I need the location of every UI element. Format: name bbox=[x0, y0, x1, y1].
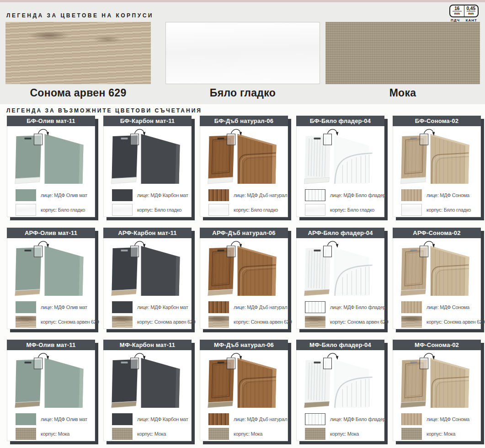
door-label-sticker bbox=[218, 362, 224, 363]
zoom-box-icon bbox=[324, 358, 332, 369]
zoom-box-icon bbox=[34, 246, 43, 257]
body-legend-row: корпус: Бяло гладко bbox=[208, 204, 288, 216]
card-title: АРФ-Сонома-02 bbox=[393, 228, 481, 238]
board-thickness-value: 16 bbox=[453, 6, 462, 11]
corpus-swatch-white: Бяло гладко bbox=[165, 22, 320, 99]
door-preview-drawing bbox=[104, 350, 191, 412]
door-preview bbox=[104, 350, 191, 412]
body-color-chip bbox=[305, 316, 325, 328]
face-label: лице: МДФ Дъб натурал bbox=[234, 192, 287, 198]
card-title: АРФ-Карбон мат-11 bbox=[103, 228, 192, 238]
card-title: БФ-Карбон мат-11 bbox=[103, 116, 192, 126]
board-thickness-cell: 16 mm bbox=[450, 5, 464, 16]
combination-card: АРФ-Карбон мат-11 bbox=[103, 228, 192, 329]
door-preview-drawing bbox=[104, 238, 191, 300]
face-legend-row: лице: МДФ Карбон мат bbox=[112, 413, 191, 425]
body-color-chip bbox=[401, 204, 422, 216]
zoom-arrow-icon bbox=[328, 129, 337, 133]
door-preview-drawing bbox=[200, 126, 288, 188]
door-preview bbox=[297, 238, 384, 300]
zoom-arrow-icon bbox=[424, 353, 434, 357]
face-label: лице: МДФ Сонома bbox=[426, 192, 469, 198]
zoom-box-icon bbox=[131, 246, 139, 257]
card-title: АРФ-Дъб натурал-06 bbox=[200, 228, 288, 238]
door-preview bbox=[393, 350, 480, 412]
face-color-chip bbox=[208, 189, 229, 201]
body-label: корпус: Бяло гладко bbox=[426, 207, 471, 213]
body-color-chip bbox=[112, 428, 133, 440]
door-preview bbox=[104, 126, 191, 188]
body-legend-row: корпус: Сонома арвен 629 bbox=[16, 316, 95, 328]
face-color-chip bbox=[305, 301, 325, 313]
combination-card: БФ-Сонома-02 bbox=[393, 116, 481, 217]
combination-card: БФ-Олив мат-11 bbox=[7, 116, 95, 217]
body-legend-row: корпус: Мока bbox=[305, 428, 384, 440]
body-label: корпус: Сонома арвен 629 bbox=[330, 319, 388, 325]
face-color-chip bbox=[208, 301, 229, 313]
card-title: БФ-Сонома-02 bbox=[393, 116, 481, 126]
body-legend-row: корпус: Бяло гладко bbox=[305, 204, 384, 216]
right-door-panel bbox=[334, 246, 373, 296]
door-preview-drawing bbox=[297, 350, 384, 412]
face-legend-row: лице: МДФ Дъб натурал bbox=[208, 413, 288, 425]
card-title: БФ-Бяло фладер-04 bbox=[296, 116, 384, 126]
door-preview-drawing bbox=[7, 126, 95, 188]
card-legend: лице: МДФ Дъб натурал корпус: Мока bbox=[208, 413, 288, 440]
body-label: корпус: Мока bbox=[41, 431, 69, 437]
door-preview bbox=[297, 350, 384, 412]
body-label: корпус: Бяло гладко bbox=[234, 207, 278, 213]
board-thickness-unit: mm bbox=[450, 12, 464, 16]
body-label: корпус: Бяло гладко bbox=[41, 207, 85, 213]
body-legend-row: корпус: Мока bbox=[16, 428, 95, 440]
combinations-grid: БФ-Олив мат-11 bbox=[7, 116, 481, 441]
right-door-panel bbox=[141, 358, 180, 408]
card-legend: лице: МДФ Олив мат корпус: Бяло гладко bbox=[16, 189, 95, 216]
body-legend-row: корпус: Мока bbox=[208, 428, 288, 440]
door-preview-drawing bbox=[104, 126, 191, 188]
card-legend: лице: МДФ Олив мат корпус: Сонома арвен … bbox=[16, 301, 95, 328]
door-preview-drawing bbox=[393, 350, 480, 412]
right-door-panel bbox=[334, 358, 373, 408]
right-door-panel bbox=[45, 246, 84, 296]
door-label-sticker bbox=[121, 362, 128, 363]
zoom-arrow-icon bbox=[424, 129, 434, 133]
corpus-swatch-sonoma: Сонома арвен 629 bbox=[5, 22, 151, 99]
door-preview-drawing bbox=[7, 238, 95, 300]
body-legend-row: корпус: Сонома арвен 629 bbox=[112, 316, 191, 328]
face-color-chip bbox=[305, 189, 325, 201]
door-preview bbox=[200, 350, 288, 412]
right-door-panel bbox=[141, 134, 180, 184]
face-color-chip bbox=[401, 189, 422, 201]
combination-card: АРФ-Олив мат-11 bbox=[7, 228, 95, 329]
door-preview bbox=[200, 126, 288, 188]
zoom-box-icon bbox=[131, 134, 139, 145]
zoom-arrow-icon bbox=[231, 353, 241, 357]
card-title: МФ-Сонома-02 bbox=[393, 340, 481, 350]
body-label: корпус: Мока bbox=[330, 431, 359, 437]
body-legend-row: корпус: Бяло гладко bbox=[401, 204, 480, 216]
zoom-arrow-icon bbox=[38, 129, 48, 133]
door-preview-drawing bbox=[200, 350, 288, 412]
card-title: МФ-Олив мат-11 bbox=[7, 340, 95, 350]
card-legend: лице: МДФ Бяло фладер корпус: Мока bbox=[305, 413, 384, 440]
face-label: лице: МДФ Карбон мат bbox=[137, 192, 188, 198]
face-color-chip bbox=[112, 413, 133, 425]
face-legend-row: лице: МДФ Сонома bbox=[401, 413, 480, 425]
corpus-colors-title: ЛЕГЕНДА ЗА ЦВЕТОВЕ НА КОРПУСИ bbox=[6, 12, 154, 19]
face-legend-row: лице: МДФ Бяло фладер bbox=[305, 301, 384, 313]
swatch-caption: Сонома арвен 629 bbox=[5, 87, 151, 99]
body-color-chip bbox=[112, 316, 133, 328]
face-legend-row: лице: МДФ Олив мат bbox=[16, 413, 95, 425]
door-preview bbox=[393, 238, 480, 300]
face-label: лице: МДФ Бяло фладер bbox=[330, 192, 385, 198]
door-preview bbox=[7, 238, 95, 300]
door-preview bbox=[7, 350, 95, 412]
zoom-box-icon bbox=[34, 358, 43, 369]
door-label-sticker bbox=[410, 138, 417, 139]
face-label: лице: МДФ Сонома bbox=[426, 304, 469, 310]
card-legend: лице: МДФ Бяло фладер корпус: Бяло гладк… bbox=[305, 189, 384, 216]
combination-card: БФ-Дъб натурал-06 bbox=[200, 116, 288, 217]
card-legend: лице: МДФ Сонома корпус: Сонома арвен 62… bbox=[401, 301, 480, 328]
body-color-chip bbox=[208, 316, 229, 328]
door-preview bbox=[200, 238, 288, 300]
